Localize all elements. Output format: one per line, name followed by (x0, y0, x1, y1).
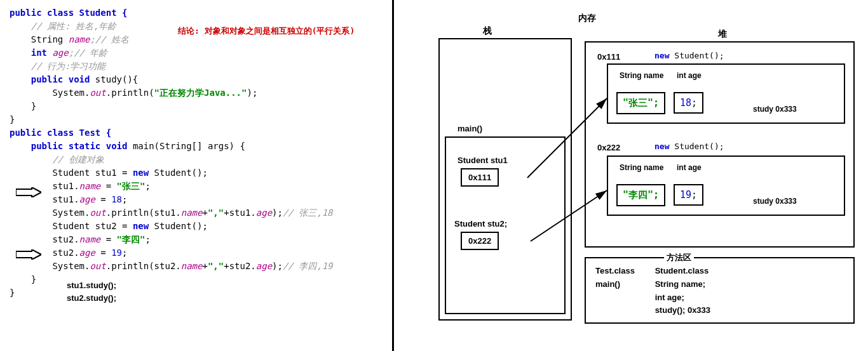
method-area-title: 方法区 (664, 252, 694, 263)
stu1-label: Student stu1 (458, 156, 508, 165)
code-panel: public class Student { // 属性: 姓名,年龄 Stri… (0, 0, 394, 351)
heap-title: 堆 (718, 29, 727, 40)
obj1-address: 0x111 (597, 52, 620, 62)
obj2-address: 0x222 (597, 143, 620, 152)
stack-title: 栈 (483, 25, 492, 37)
conclusion-text: 结论: 对象和对象之间是相互独立的(平行关系) (178, 25, 355, 37)
arrow-icon (16, 249, 41, 260)
stu1-value: 0x111 (461, 168, 499, 187)
memory-title: 内存 (578, 13, 596, 24)
obj2-age-label: int age (677, 163, 702, 172)
method-area-left: Test.class main() (595, 265, 653, 291)
obj1-study-ref: study 0x333 (753, 105, 797, 114)
obj2-age-value: 19; (674, 184, 703, 206)
study-call: stu1.study(); (67, 279, 383, 292)
obj2-new: new Student(); (654, 142, 724, 151)
code-line: public class Student { (10, 6, 383, 20)
obj1-age-value: 18; (674, 92, 703, 114)
obj1-new: new Student(); (654, 51, 724, 60)
stu2-value: 0x222 (461, 232, 499, 250)
obj1-name-value: "张三"; (616, 92, 665, 114)
obj2-study-ref: study 0x333 (753, 197, 797, 206)
study-call: stu2.study(); (67, 292, 383, 305)
stu2-label: Student stu2; (454, 219, 507, 228)
obj1-age-label: int age (677, 71, 702, 80)
arrow-icon (16, 187, 41, 197)
obj2-name-value: "李四"; (616, 184, 665, 206)
method-area-right: Student.class String name; int age; stud… (655, 265, 710, 317)
obj1-name-label: String name (620, 71, 663, 80)
method-area-region: Test.class main() Student.class String n… (585, 257, 855, 324)
obj2-name-label: String name (620, 163, 663, 172)
main-frame-label: main() (458, 124, 482, 133)
